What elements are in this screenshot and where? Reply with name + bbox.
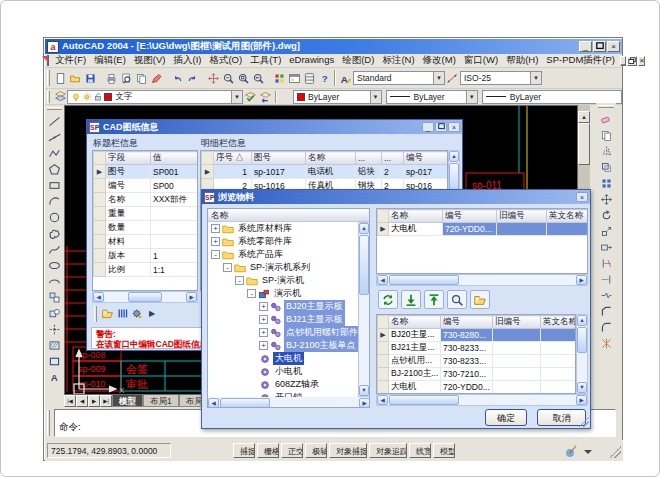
scroll-up-icon[interactable]: ▲	[578, 111, 590, 123]
menu-item-2[interactable]: 编辑(E)	[90, 54, 130, 67]
tab-nav-button-3[interactable]: ▶	[88, 395, 100, 407]
tree-item-label[interactable]: 608ZZ轴承	[273, 378, 321, 391]
mirror-icon[interactable]	[598, 143, 615, 159]
tree-item-8[interactable]: +BJ21主显示板	[208, 313, 358, 326]
erase-icon[interactable]	[598, 111, 615, 127]
scroll-left-icon[interactable]: ◀	[377, 275, 388, 285]
doc-minimize-button[interactable]: _	[620, 56, 626, 66]
menu-item-12[interactable]: 帮助(H)	[502, 54, 542, 67]
table-row[interactable]: ▶1sp-1017电话机铝块2sp-017	[202, 165, 449, 179]
table-row[interactable]: 比例1:1	[94, 263, 198, 277]
toolbar-grip[interactable]	[47, 91, 50, 103]
construction-line-icon[interactable]	[46, 129, 63, 145]
menu-item-11[interactable]: 窗口(W)	[460, 54, 502, 67]
menu-item-8[interactable]: 绘图(D)	[338, 54, 378, 67]
column-header[interactable]: 编号	[443, 210, 497, 223]
scroll-down-icon[interactable]: ▼	[359, 385, 369, 396]
scroll-down-icon[interactable]: ▼	[577, 382, 587, 393]
scroll-left-icon[interactable]: ◀	[377, 395, 388, 405]
scroll-thumb[interactable]	[128, 292, 162, 302]
tree-vscrollbar[interactable]: ▲ ▼	[358, 222, 370, 397]
zoom-window-icon[interactable]	[236, 70, 251, 87]
tree-item-11[interactable]: 大电机	[208, 352, 358, 365]
table-row[interactable]: BJ-2100主...730-7210...	[378, 368, 577, 381]
array-icon[interactable]	[598, 175, 615, 191]
scroll-thumb[interactable]	[359, 235, 369, 295]
column-header[interactable]: 名称	[389, 210, 443, 223]
search-icon[interactable]	[447, 290, 467, 309]
revision-cloud-icon[interactable]	[46, 225, 63, 241]
help-icon[interactable]: ?	[317, 70, 332, 87]
close-button[interactable]: ×	[607, 41, 620, 52]
layer-combo[interactable]: 文字 ▼	[67, 90, 243, 104]
status-toggle-5[interactable]: 对象捕捉	[329, 443, 367, 458]
polyline-icon[interactable]	[46, 145, 63, 161]
layers-icon[interactable]	[53, 88, 67, 105]
tree-item-label[interactable]: 系统原材料库	[236, 222, 294, 235]
scroll-right-icon[interactable]: ▶	[186, 292, 197, 302]
tree-item-label[interactable]: SP-演示机系列	[248, 261, 312, 274]
insert-block-icon[interactable]	[46, 289, 63, 305]
status-toggle-7[interactable]: 线宽	[409, 443, 431, 458]
plot-icon[interactable]	[104, 70, 119, 87]
make-current-icon[interactable]	[243, 88, 258, 105]
tree-item-label[interactable]: 演示机	[272, 287, 303, 300]
tree-item-4[interactable]: -SP-演示机系列	[208, 261, 358, 274]
download-icon[interactable]	[401, 290, 421, 309]
rectangle-icon[interactable]	[46, 177, 63, 193]
column-header[interactable]: 旧编号	[493, 316, 541, 329]
point-icon[interactable]	[46, 321, 63, 337]
table-row[interactable]: 点钞机用...730-8233...	[378, 355, 577, 368]
tree-item-label[interactable]: BJ20主显示板	[284, 300, 345, 313]
bom-vscrollbar[interactable]: ▲ ▼	[576, 314, 588, 394]
title-block-hscrollbar[interactable]: ◀ ▶	[92, 291, 198, 303]
window-resize-grip[interactable]	[609, 446, 621, 458]
columns-icon[interactable]	[115, 305, 130, 322]
scroll-thumb[interactable]	[389, 395, 459, 405]
expand-icon[interactable]: +	[259, 341, 268, 350]
menu-item-1[interactable]: 文件(F)	[51, 54, 90, 67]
column-header[interactable]: 编号	[441, 316, 493, 329]
stretch-icon[interactable]	[598, 239, 615, 255]
tree-item-7[interactable]: +BJ20主显示板	[208, 300, 358, 313]
table-row[interactable]: ▶图号SP001	[94, 165, 198, 179]
menu-item-6[interactable]: 工具(T)	[246, 54, 285, 67]
column-header[interactable]: 序号 △	[214, 152, 252, 165]
dim-style-combo[interactable]: ISO-25▼	[460, 71, 542, 85]
table-row[interactable]: ▶大电机720-YDD0...	[378, 223, 589, 236]
upload-icon[interactable]	[424, 290, 444, 309]
table-row[interactable]: 版本1	[94, 249, 198, 263]
tree-item-label[interactable]: 大电机	[273, 352, 304, 365]
scroll-right-icon[interactable]: ▶	[576, 395, 587, 405]
color-combo[interactable]: ByLayer▼	[293, 90, 381, 104]
chamfer-icon[interactable]	[598, 303, 615, 319]
table-row[interactable]: 编号SP00	[94, 179, 198, 193]
collapse-icon[interactable]: -	[223, 263, 232, 272]
minimize-button[interactable]: _	[579, 41, 592, 52]
scroll-thumb[interactable]	[578, 123, 590, 165]
toolbar-grip[interactable]	[598, 105, 614, 108]
scroll-left-icon[interactable]: ◀	[208, 398, 219, 408]
hatch-icon[interactable]	[46, 337, 63, 353]
dialog-close-button[interactable]: ×	[576, 192, 588, 202]
collapse-icon[interactable]: -	[211, 250, 220, 259]
new-icon[interactable]	[53, 70, 68, 87]
menu-item-7[interactable]: eDrawings	[285, 54, 338, 67]
tree-item-3[interactable]: -系统产品库	[208, 248, 358, 261]
status-toggle-1[interactable]: 捕捉	[233, 443, 255, 458]
table-row[interactable]: 大电机720-YDD0...	[378, 381, 577, 394]
tree-item-1[interactable]: +系统原材料库	[208, 222, 358, 235]
doc-restore-button[interactable]	[627, 56, 637, 66]
line-icon[interactable]	[46, 113, 63, 129]
text-style-combo[interactable]: Standard▼	[353, 71, 445, 85]
break-icon[interactable]	[598, 287, 615, 303]
refresh-icon[interactable]	[378, 290, 398, 309]
tree-header[interactable]: 名称	[208, 209, 369, 222]
table-row[interactable]: 数量	[94, 221, 198, 235]
selected-material-hscrollbar[interactable]: ◀ ▶	[376, 274, 588, 286]
scroll-left-icon[interactable]: ◀	[93, 292, 104, 302]
bom-hscrollbar[interactable]: ◀ ▶	[376, 394, 588, 406]
collapse-icon[interactable]: -	[235, 276, 244, 285]
mtext-icon[interactable]: A	[46, 369, 63, 385]
column-header[interactable]: 名称	[389, 316, 441, 329]
